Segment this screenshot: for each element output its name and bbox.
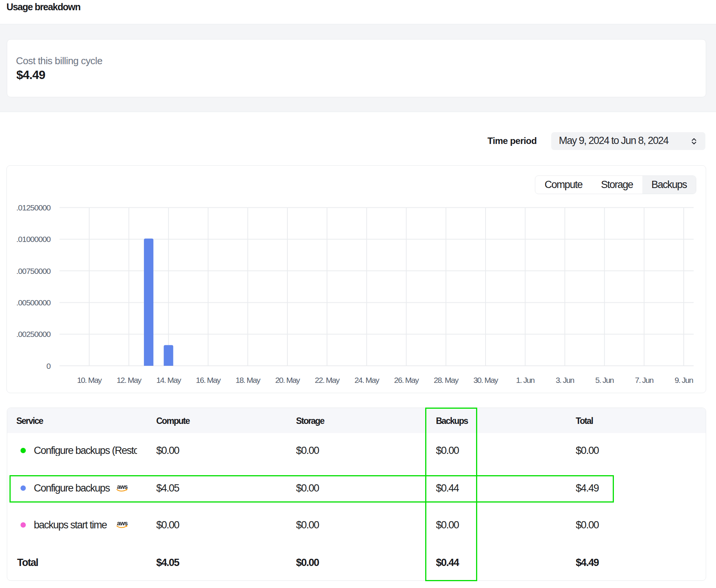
svg-text:10. May: 10. May bbox=[77, 376, 102, 384]
svg-text:20. May: 20. May bbox=[275, 376, 300, 384]
svg-text:.00750000: .00750000 bbox=[16, 267, 51, 275]
svg-text:14. May: 14. May bbox=[156, 376, 181, 384]
svg-text:12. May: 12. May bbox=[117, 376, 142, 384]
svg-text:.01250000: .01250000 bbox=[16, 203, 51, 212]
svg-text:.00500000: .00500000 bbox=[16, 298, 51, 307]
svg-text:5. Jun: 5. Jun bbox=[595, 376, 614, 384]
svg-text:26. May: 26. May bbox=[394, 376, 419, 384]
svg-text:0: 0 bbox=[46, 362, 50, 370]
svg-text:28. May: 28. May bbox=[434, 376, 459, 384]
svg-text:.01000000: .01000000 bbox=[16, 235, 51, 243]
svg-text:30. May: 30. May bbox=[473, 376, 498, 384]
svg-text:7. Jun: 7. Jun bbox=[635, 376, 653, 384]
svg-text:18. May: 18. May bbox=[235, 376, 260, 384]
svg-text:22. May: 22. May bbox=[315, 376, 340, 384]
svg-text:3. Jun: 3. Jun bbox=[556, 376, 574, 384]
svg-text:9. Jun: 9. Jun bbox=[675, 376, 693, 384]
svg-text:1. Jun: 1. Jun bbox=[516, 376, 535, 384]
svg-text:24. May: 24. May bbox=[355, 376, 380, 384]
svg-text:.00250000: .00250000 bbox=[16, 330, 51, 338]
svg-text:16. May: 16. May bbox=[196, 376, 221, 384]
